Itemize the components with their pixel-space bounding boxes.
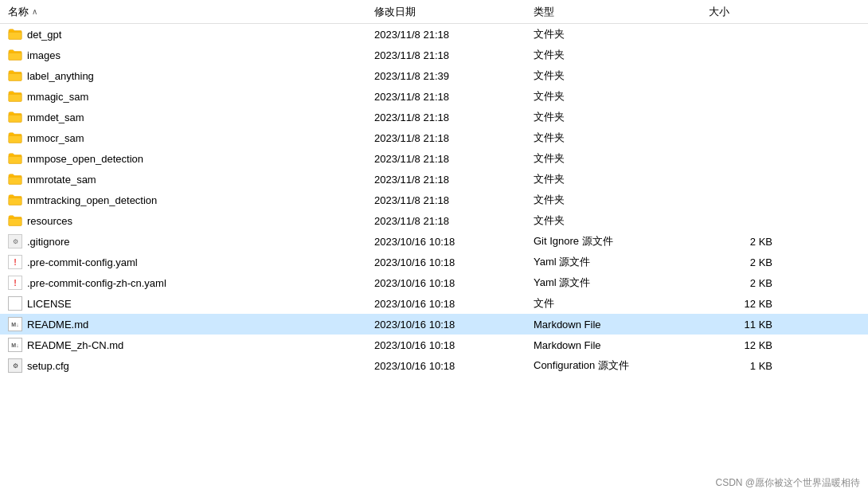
file-type-cell: Yaml 源文件 bbox=[534, 255, 709, 269]
file-name-cell: mmocr_sam bbox=[8, 131, 374, 144]
table-row[interactable]: mmdet_sam 2023/11/8 21:18 文件夹 bbox=[0, 107, 868, 127]
md-icon: M↓ bbox=[8, 317, 22, 331]
file-type-cell: 文件夹 bbox=[534, 193, 709, 207]
file-type-cell: 文件夹 bbox=[534, 131, 709, 145]
file-date-cell: 2023/11/8 21:39 bbox=[374, 70, 534, 82]
file-name-label: images bbox=[27, 49, 61, 61]
table-row[interactable]: LICENSE 2023/10/16 10:18 文件 12 KB bbox=[0, 293, 868, 314]
table-row[interactable]: images 2023/11/8 21:18 文件夹 bbox=[0, 45, 868, 65]
file-date-cell: 2023/10/16 10:18 bbox=[374, 339, 534, 351]
file-type-cell: Markdown File bbox=[534, 339, 709, 351]
file-name-cell: label_anything bbox=[8, 69, 374, 82]
folder-icon bbox=[8, 152, 22, 165]
file-date-cell: 2023/11/8 21:18 bbox=[374, 153, 534, 165]
column-headers: 名称 ∧ 修改日期 类型 大小 bbox=[0, 0, 868, 24]
table-row[interactable]: mmagic_sam 2023/11/8 21:18 文件夹 bbox=[0, 86, 868, 107]
file-date-cell: 2023/10/16 10:18 bbox=[374, 319, 534, 331]
table-row[interactable]: M↓ README.md 2023/10/16 10:18 Markdown F… bbox=[0, 314, 868, 335]
md-icon: M↓ bbox=[8, 338, 22, 352]
file-size-cell: 12 KB bbox=[709, 339, 788, 351]
file-explorer: 名称 ∧ 修改日期 类型 大小 det_gpt 2023/11/8 21:18 … bbox=[0, 0, 868, 493]
table-row[interactable]: det_gpt 2023/11/8 21:18 文件夹 bbox=[0, 24, 868, 45]
folder-icon bbox=[8, 111, 22, 123]
folder-icon bbox=[8, 214, 22, 227]
file-name-label: label_anything bbox=[27, 70, 94, 82]
file-date-cell: 2023/11/8 21:18 bbox=[374, 49, 534, 61]
file-name-label: resources bbox=[27, 215, 72, 227]
file-name-cell: LICENSE bbox=[8, 296, 374, 311]
file-name-cell: mmtracking_open_detection bbox=[8, 194, 374, 206]
file-date-cell: 2023/10/16 10:18 bbox=[374, 277, 534, 289]
file-type-cell: Yaml 源文件 bbox=[534, 276, 709, 290]
file-type-cell: 文件 bbox=[534, 296, 709, 311]
folder-icon bbox=[8, 49, 22, 61]
folder-icon bbox=[8, 131, 22, 144]
table-row[interactable]: ⚙ .gitignore 2023/10/16 10:18 Git Ignore… bbox=[0, 231, 868, 252]
col-header-size[interactable]: 大小 bbox=[709, 5, 788, 19]
table-row[interactable]: M↓ README_zh-CN.md 2023/10/16 10:18 Mark… bbox=[0, 335, 868, 355]
file-date-cell: 2023/10/16 10:18 bbox=[374, 360, 534, 372]
file-name-cell: det_gpt bbox=[8, 28, 374, 41]
gitignore-icon: ⚙ bbox=[8, 234, 22, 248]
file-name-label: det_gpt bbox=[27, 29, 61, 41]
col-header-name[interactable]: 名称 ∧ bbox=[8, 5, 374, 19]
file-name-cell: ! .pre-commit-config.yaml bbox=[8, 255, 374, 269]
file-type-cell: 文件夹 bbox=[534, 89, 709, 104]
cfg-icon: ⚙ bbox=[8, 358, 22, 373]
file-date-cell: 2023/11/8 21:18 bbox=[374, 29, 534, 41]
file-name-cell: mmpose_open_detection bbox=[8, 152, 374, 165]
table-row[interactable]: ⚙ setup.cfg 2023/10/16 10:18 Configurati… bbox=[0, 355, 868, 376]
file-date-cell: 2023/11/8 21:18 bbox=[374, 194, 534, 206]
file-type-cell: Markdown File bbox=[534, 319, 709, 331]
file-name-cell: mmdet_sam bbox=[8, 111, 374, 123]
col-header-type[interactable]: 类型 bbox=[534, 5, 709, 19]
table-row[interactable]: resources 2023/11/8 21:18 文件夹 bbox=[0, 210, 868, 231]
table-row[interactable]: mmpose_open_detection 2023/11/8 21:18 文件… bbox=[0, 148, 868, 169]
file-size-cell: 2 KB bbox=[709, 277, 788, 289]
watermark: CSDN @愿你被这个世界温暖相待 bbox=[0, 473, 868, 493]
file-size-cell: 12 KB bbox=[709, 298, 788, 310]
file-name-label: mmpose_open_detection bbox=[27, 153, 143, 165]
file-name-label: .gitignore bbox=[27, 236, 69, 248]
file-type-cell: 文件夹 bbox=[534, 110, 709, 124]
file-name-cell: images bbox=[8, 49, 374, 61]
file-date-cell: 2023/11/8 21:18 bbox=[374, 91, 534, 103]
file-date-cell: 2023/10/16 10:18 bbox=[374, 298, 534, 310]
file-name-cell: ⚙ setup.cfg bbox=[8, 358, 374, 373]
table-row[interactable]: ! .pre-commit-config-zh-cn.yaml 2023/10/… bbox=[0, 272, 868, 293]
folder-icon bbox=[8, 69, 22, 82]
table-row[interactable]: ! .pre-commit-config.yaml 2023/10/16 10:… bbox=[0, 252, 868, 272]
folder-icon bbox=[8, 28, 22, 41]
file-name-cell: resources bbox=[8, 214, 374, 227]
sort-arrow-icon: ∧ bbox=[32, 7, 37, 16]
file-date-cell: 2023/10/16 10:18 bbox=[374, 236, 534, 248]
file-name-label: README_zh-CN.md bbox=[27, 339, 123, 351]
file-size-cell: 11 KB bbox=[709, 319, 788, 331]
file-type-cell: Configuration 源文件 bbox=[534, 358, 709, 373]
table-row[interactable]: mmtracking_open_detection 2023/11/8 21:1… bbox=[0, 190, 868, 210]
file-name-label: setup.cfg bbox=[27, 360, 69, 372]
file-type-cell: 文件夹 bbox=[534, 151, 709, 166]
file-name-cell: ⚙ .gitignore bbox=[8, 234, 374, 248]
file-date-cell: 2023/11/8 21:18 bbox=[374, 174, 534, 186]
file-type-cell: Git Ignore 源文件 bbox=[534, 234, 709, 248]
table-row[interactable]: mmocr_sam 2023/11/8 21:18 文件夹 bbox=[0, 127, 868, 148]
table-row[interactable]: label_anything 2023/11/8 21:39 文件夹 bbox=[0, 65, 868, 86]
file-name-label: README.md bbox=[27, 319, 88, 331]
file-date-cell: 2023/11/8 21:18 bbox=[374, 215, 534, 227]
file-size-cell: 2 KB bbox=[709, 256, 788, 268]
file-name-label: mmdet_sam bbox=[27, 112, 84, 123]
table-row[interactable]: mmrotate_sam 2023/11/8 21:18 文件夹 bbox=[0, 169, 868, 190]
file-size-cell: 1 KB bbox=[709, 360, 788, 372]
file-type-cell: 文件夹 bbox=[534, 172, 709, 186]
yaml-icon: ! bbox=[8, 276, 22, 290]
file-name-cell: ! .pre-commit-config-zh-cn.yaml bbox=[8, 276, 374, 290]
file-name-label: .pre-commit-config-zh-cn.yaml bbox=[27, 277, 166, 289]
col-name-label: 名称 bbox=[8, 5, 29, 19]
folder-icon bbox=[8, 173, 22, 186]
file-name-cell: mmagic_sam bbox=[8, 90, 374, 103]
file-type-cell: 文件夹 bbox=[534, 213, 709, 228]
file-type-cell: 文件夹 bbox=[534, 68, 709, 83]
file-type-cell: 文件夹 bbox=[534, 48, 709, 62]
col-header-date[interactable]: 修改日期 bbox=[374, 5, 534, 19]
